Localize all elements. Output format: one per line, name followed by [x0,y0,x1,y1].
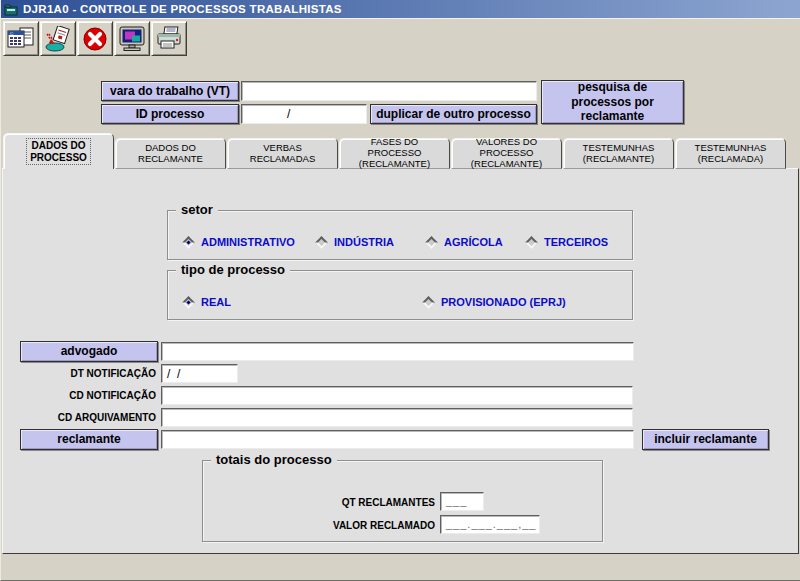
pesquisa-processos-button[interactable]: pesquisa de processos por reclamante [541,80,684,124]
tab-verbas-reclamadas[interactable]: VERBAS RECLAMADAS [227,138,338,169]
duplicar-processo-button[interactable]: duplicar de outro processo [370,104,537,124]
radio-label: REAL [201,296,231,308]
radio-label: TERCEIROS [544,236,608,248]
print-button[interactable] [151,21,187,56]
tab-label: DADOS DO PROCESSO [27,139,90,164]
tab-strip: DADOS DO PROCESSO DADOS DO RECLAMANTE VE… [3,133,793,169]
tab-dados-processo[interactable]: DADOS DO PROCESSO [3,133,114,169]
radio-diamond-icon [182,236,195,249]
tab-testemunhas-reclamada[interactable]: TESTEMUNHAS (RECLAMADA) [675,138,786,169]
database-browse-button[interactable]: C: [3,21,39,56]
radio-label: PROVISIONADO (EPRJ) [441,296,566,308]
reclamante-button[interactable]: reclamante [20,429,158,450]
cancel-button[interactable] [77,21,113,56]
tab-label: VALORES DO PROCESSO (RECLAMANTE) [471,137,542,170]
tab-fases-processo[interactable]: FASES DO PROCESSO (RECLAMANTE) [339,138,450,169]
advogado-button[interactable]: advogado [20,341,158,362]
radio-label: ADMINISTRATIVO [201,236,295,248]
radio-diamond-icon [425,236,438,249]
qt-reclamantes-label: QT RECLAMANTES [303,497,435,508]
window-title: DJR1A0 - CONTROLE DE PROCESSOS TRABALHIS… [23,3,342,15]
monitor-icon [118,26,146,52]
dt-notificacao-input[interactable]: / / [161,364,238,383]
radio-label: INDÚSTRIA [334,236,394,248]
radio-diamond-icon [315,236,328,249]
database-browse-icon: C: [7,26,35,52]
radio-diamond-icon [525,236,538,249]
setor-groupbox: setor ADMINISTRATIVO INDÚSTRIA AGRÍCOLA … [167,210,633,260]
radio-real[interactable]: REAL [181,294,231,310]
monitor-button[interactable] [114,21,150,56]
dt-notificacao-label: DT NOTIFICAÇÃO [23,368,156,379]
vara-do-trabalho-input[interactable] [241,81,537,101]
cd-notificacao-label: CD NOTIFICAÇÃO [23,390,156,401]
radio-terceiros[interactable]: TERCEIROS [524,234,608,250]
delete-record-button[interactable] [40,21,76,56]
dados-do-processo-panel: setor ADMINISTRATIVO INDÚSTRIA AGRÍCOLA … [2,168,799,554]
tab-label: TESTEMUNHAS (RECLAMANTE) [583,143,655,165]
title-bar: DJR1A0 - CONTROLE DE PROCESSOS TRABALHIS… [1,0,800,19]
reclamante-input[interactable] [161,430,634,449]
cd-arquivamento-input[interactable] [161,408,633,427]
tab-testemunhas-reclamante[interactable]: TESTEMUNHAS (RECLAMANTE) [563,138,674,169]
tipo-processo-groupbox: tipo de processo REAL PROVISIONADO (EPRJ… [167,270,633,320]
valor-reclamado-input[interactable]: ___.___.___,__ [440,515,540,534]
cancel-icon [81,26,109,52]
advogado-input[interactable] [161,342,634,361]
toolbar: C: [3,21,187,56]
tab-label: VERBAS RECLAMADAS [250,143,315,165]
radio-diamond-icon [422,296,435,309]
totais-groupbox: totais do processo QT RECLAMANTES ___ VA… [202,460,603,542]
tab-label: FASES DO PROCESSO (RECLAMANTE) [359,137,430,170]
incluir-reclamante-button[interactable]: incluir reclamante [642,429,769,450]
svg-text:C:: C: [10,30,14,35]
delete-record-icon [44,26,72,52]
cd-arquivamento-label: CD ARQUIVAMENTO [23,412,156,423]
radio-diamond-icon [182,296,195,309]
radio-administrativo[interactable]: ADMINISTRATIVO [181,234,295,250]
totais-group-title: totais do processo [211,452,337,467]
vara-do-trabalho-button[interactable]: vara do trabalho (VT) [101,81,239,101]
tab-label: DADOS DO RECLAMANTE [138,143,203,165]
id-processo-input[interactable]: / [241,104,367,124]
tab-dados-reclamante[interactable]: DADOS DO RECLAMANTE [115,138,226,169]
tipo-processo-group-title: tipo de processo [176,262,290,277]
print-icon [155,26,183,52]
cd-notificacao-input[interactable] [161,386,633,405]
tab-valores-processo[interactable]: VALORES DO PROCESSO (RECLAMANTE) [451,138,562,169]
radio-provisionado[interactable]: PROVISIONADO (EPRJ) [421,294,566,310]
qt-reclamantes-input[interactable]: ___ [440,492,484,511]
tab-label: TESTEMUNHAS (RECLAMADA) [695,143,767,165]
app-window: DJR1A0 - CONTROLE DE PROCESSOS TRABALHIS… [0,0,800,581]
setor-group-title: setor [176,202,218,217]
radio-agricola[interactable]: AGRÍCOLA [424,234,503,250]
valor-reclamado-label: VALOR RECLAMADO [303,520,435,531]
id-processo-button[interactable]: ID processo [101,104,239,124]
radio-industria[interactable]: INDÚSTRIA [314,234,394,250]
radio-label: AGRÍCOLA [444,236,503,248]
app-icon [4,3,18,16]
